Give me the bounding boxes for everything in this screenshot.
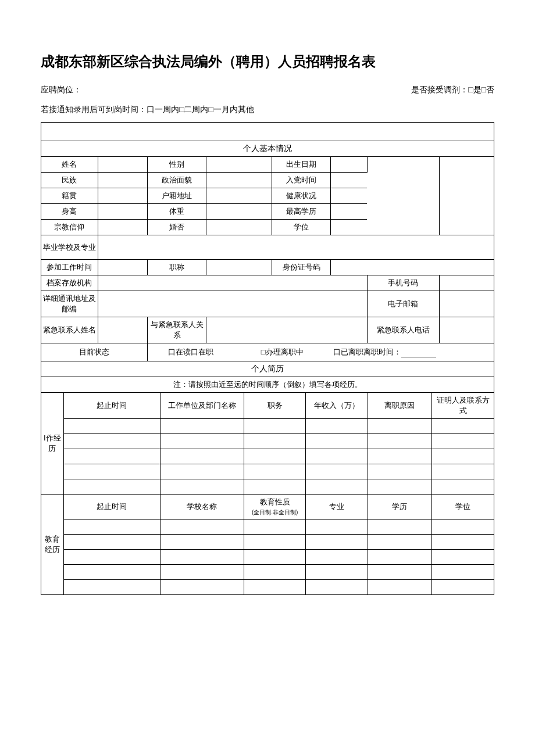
edu-section-label: 教育经历 (41, 495, 63, 595)
label-birth: 出生日期 (272, 157, 331, 173)
label-emerg-phone: 紧急联系人电话 (367, 317, 439, 343)
label-marriage: 婚否 (148, 220, 206, 235)
edu-col-school: 学校名称 (160, 495, 244, 519)
label-origin: 籍贯 (41, 188, 98, 204)
basic-info-table: 个人基本情况 姓名 性别 出生日期 民族 政治面貌 入党时间 籍贯 户籍地址 健… (41, 141, 494, 393)
work-experience-table: I作经历 起止时间 工作单位及部门名称 职务 年收入（万） 离职原因 证明人及联… (41, 393, 494, 495)
label-political: 政治面貌 (148, 173, 206, 188)
status-opt3[interactable]: 口已离职离职时间： (331, 343, 494, 361)
input-address[interactable] (98, 291, 367, 317)
input-party-time[interactable] (331, 173, 367, 188)
label-title: 职称 (148, 260, 206, 275)
label-height: 身高 (41, 204, 98, 220)
work-col-period: 起止时间 (63, 393, 160, 419)
label-emerg-name: 紧急联系人姓名 (41, 317, 98, 343)
photo-slot-ext (440, 157, 494, 235)
form-container: 个人基本情况 姓名 性别 出生日期 民族 政治面貌 入党时间 籍贯 户籍地址 健… (41, 122, 494, 595)
label-gender: 性别 (148, 157, 206, 173)
input-ethnic[interactable] (98, 173, 148, 188)
input-health[interactable] (331, 188, 367, 204)
label-phone: 手机号码 (367, 275, 439, 291)
section-resume-header: 个人简历 (41, 361, 494, 377)
input-edu[interactable] (331, 204, 367, 220)
input-title[interactable] (206, 260, 272, 275)
input-phone[interactable] (440, 275, 494, 291)
work-col-unit: 工作单位及部门名称 (160, 393, 244, 419)
edu-col-degree: 学位 (432, 495, 494, 519)
input-hukou[interactable] (206, 188, 272, 204)
label-party-time: 入党时间 (272, 173, 331, 188)
input-weight[interactable] (206, 204, 272, 220)
label-religion: 宗教信仰 (41, 220, 98, 235)
input-email[interactable] (440, 291, 494, 317)
input-origin[interactable] (98, 188, 148, 204)
work-col-ref: 证明人及联系方式 (432, 393, 494, 419)
work-row (41, 479, 494, 495)
label-school: 毕业学校及专业 (41, 235, 98, 260)
label-name: 姓名 (41, 157, 98, 173)
input-emerg-name[interactable] (98, 317, 148, 343)
label-edu: 最高学历 (272, 204, 331, 220)
photo-slot[interactable] (367, 157, 439, 235)
label-address: 详细通讯地址及邮编 (41, 291, 98, 317)
label-id: 身份证号码 (272, 260, 331, 275)
input-marriage[interactable] (206, 220, 272, 235)
work-col-reason: 离职原因 (368, 393, 432, 419)
position-label: 应聘岗位： (41, 85, 81, 95)
status-opt1[interactable]: 口在读口在职 (148, 343, 234, 361)
label-weight: 体重 (148, 204, 206, 220)
work-row (41, 464, 494, 479)
input-archive[interactable] (98, 275, 367, 291)
arrival-label: 若接通知录用后可到岗时间：口一周内□二周内□一月内其他 (41, 105, 494, 115)
page-title: 成都东部新区综合执法局编外（聘用）人员招聘报名表 (41, 52, 494, 71)
edu-row (41, 519, 494, 535)
label-emerg-rel: 与紧急联系人关系 (148, 317, 206, 343)
work-row (41, 449, 494, 464)
input-id[interactable] (331, 260, 494, 275)
input-name[interactable] (98, 157, 148, 173)
label-health: 健康状况 (272, 188, 331, 204)
edu-col-level: 学历 (368, 495, 432, 519)
label-hukou: 户籍地址 (148, 188, 206, 204)
edu-col-major: 专业 (306, 495, 368, 519)
label-degree: 学位 (272, 220, 331, 235)
input-religion[interactable] (98, 220, 148, 235)
education-table: 教育经历 起止时间 学校名称 教育性质(全日制.非全日制) 专业 学历 学位 (41, 495, 494, 595)
edu-row (41, 580, 494, 595)
note: 注：请按照由近至远的时间顺序（倒叙）填写各项经历。 (41, 377, 494, 393)
edu-row (41, 565, 494, 580)
transfer-label: 是否接受调剂：□是□否 (411, 85, 494, 95)
work-row (41, 434, 494, 449)
edu-col-period: 起止时间 (63, 495, 160, 519)
edu-col-nature: 教育性质(全日制.非全日制) (244, 495, 306, 519)
section-basic-header: 个人基本情况 (41, 141, 494, 157)
status-opt2[interactable]: □办理离职中 (234, 343, 331, 361)
input-birth[interactable] (331, 157, 367, 173)
input-degree[interactable] (331, 220, 367, 235)
input-gender[interactable] (206, 157, 272, 173)
input-emerg-rel[interactable] (206, 317, 367, 343)
work-col-job: 职务 (244, 393, 306, 419)
input-work-time[interactable] (98, 260, 148, 275)
work-row (41, 419, 494, 434)
label-ethnic: 民族 (41, 173, 98, 188)
label-email: 电子邮箱 (367, 291, 439, 317)
input-height[interactable] (98, 204, 148, 220)
label-work-time: 参加工作时间 (41, 260, 98, 275)
label-archive: 档案存放机构 (41, 275, 98, 291)
input-political[interactable] (206, 173, 272, 188)
edu-row (41, 535, 494, 550)
label-status: 目前状态 (41, 343, 148, 361)
edu-row (41, 550, 494, 565)
input-emerg-phone[interactable] (440, 317, 494, 343)
work-section-label: I作经历 (41, 393, 63, 495)
input-school[interactable] (98, 235, 494, 260)
work-col-income: 年收入（万） (306, 393, 368, 419)
